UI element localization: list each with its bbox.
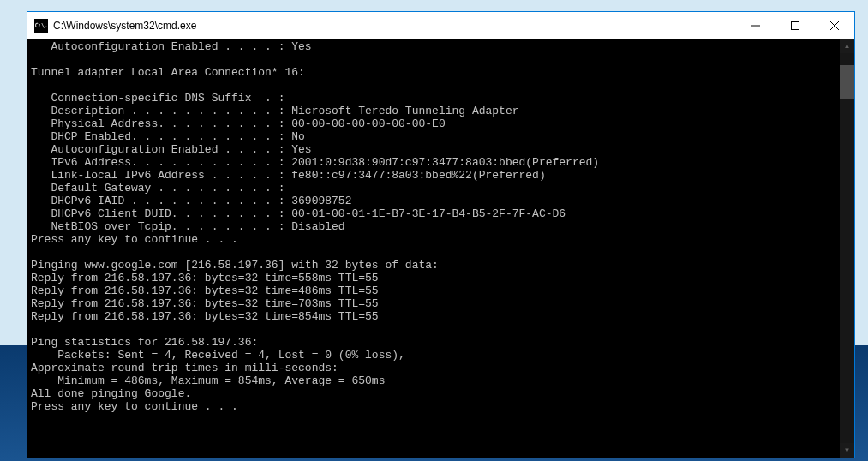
scroll-track[interactable] <box>840 53 854 443</box>
vertical-scrollbar[interactable]: ▲ ▼ <box>840 39 854 458</box>
window-title: C:\Windows\system32\cmd.exe <box>53 20 736 32</box>
close-icon <box>830 21 839 30</box>
cmd-window: C:\. C:\Windows\system32\cmd.exe Autocon… <box>27 11 855 458</box>
minimize-icon <box>751 21 760 30</box>
cmd-icon: C:\. <box>34 19 48 33</box>
window-controls <box>736 12 854 39</box>
maximize-button[interactable] <box>775 12 815 39</box>
svg-rect-1 <box>792 21 799 29</box>
scroll-down-button[interactable]: ▼ <box>840 443 854 458</box>
close-button[interactable] <box>815 12 854 39</box>
scroll-thumb[interactable] <box>840 65 854 99</box>
minimize-button[interactable] <box>736 12 775 39</box>
scroll-up-button[interactable]: ▲ <box>840 39 854 53</box>
console-output[interactable]: Autoconfiguration Enabled . . . . : Yes … <box>27 39 840 458</box>
console-area: Autoconfiguration Enabled . . . . : Yes … <box>27 39 854 458</box>
titlebar[interactable]: C:\. C:\Windows\system32\cmd.exe <box>27 12 854 39</box>
maximize-icon <box>791 21 799 30</box>
